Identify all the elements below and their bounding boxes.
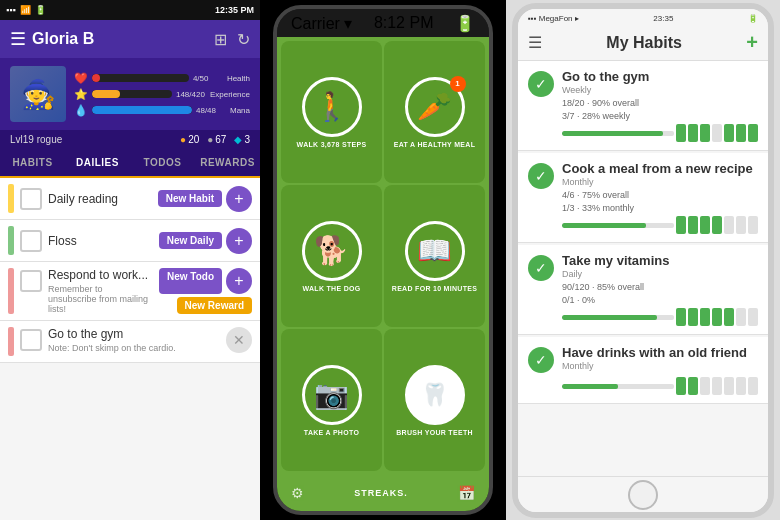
habit-cell-walk-dog[interactable]: 🐕 WALK THE DOG (281, 185, 382, 327)
habit-cell-brush-teeth[interactable]: 🦷 BRUSH YOUR TEETH (384, 329, 485, 471)
segment (700, 308, 710, 326)
phone-bottom-bar: ⚙ STREAKS. 📅 (277, 475, 489, 511)
habit-cell-reading[interactable]: 📖 READ FOR 10 MINUTES (384, 185, 485, 327)
stats-section: ❤️ 4/50 Health ⭐ 148/420 Experience 💧 (74, 66, 250, 122)
carrier-label: ▪▪▪ MegaFon ▸ (528, 14, 579, 23)
list-item: Respond to work... Remember to unsubscri… (0, 262, 260, 321)
segment (748, 124, 758, 142)
heart-icon: ❤️ (74, 72, 88, 85)
exp-stat: ⭐ 148/420 Experience (74, 88, 250, 101)
item-content: Respond to work... Remember to unsubscri… (48, 268, 153, 314)
app-brand: STREAKS. (354, 488, 408, 498)
habit-cell-photo[interactable]: 📷 TAKE A PHOTO (281, 329, 382, 471)
phone-statusbar: Carrier ▾ 8:12 PM 🔋 (277, 9, 489, 37)
segment (700, 377, 710, 395)
health-label: Health (227, 74, 250, 83)
avatar: 🧙 (10, 66, 66, 122)
segment (700, 124, 710, 142)
add-habit-icon[interactable]: + (746, 31, 758, 54)
habit-frequency: Monthly (562, 177, 758, 187)
segment (736, 377, 746, 395)
habit-item-friends[interactable]: ✓ Have drinks with an old friend Monthly (518, 337, 768, 404)
battery-indicator: 🔋 (455, 14, 475, 33)
habit-progress (562, 124, 758, 142)
segment-bars (676, 124, 758, 142)
close-button[interactable]: ✕ (226, 327, 252, 353)
battery-icon: 🔋 (748, 14, 758, 23)
habit-details: Go to the gym Weekly 18/20 · 90% overall… (562, 69, 758, 142)
home-button[interactable] (628, 480, 658, 510)
gem-amount: ◆ 3 (234, 134, 250, 145)
exp-bar-fill (92, 90, 120, 98)
habit-label: WALK THE DOG (302, 285, 360, 292)
color-bar (8, 327, 14, 356)
statusbar: ▪▪▪ MegaFon ▸ 23:35 🔋 (518, 9, 768, 27)
book-icon: 📖 (417, 234, 452, 267)
check-icon: ✓ (528, 163, 554, 189)
habit-label: WALK 3,678 STEPS (297, 141, 367, 148)
new-habit-badge[interactable]: New Habit (158, 190, 222, 207)
new-daily-badge[interactable]: New Daily (159, 232, 222, 249)
habit-details: Take my vitamins Daily 90/120 · 85% over… (562, 253, 758, 326)
checkbox[interactable] (20, 270, 42, 292)
filter-icon[interactable]: ⊞ (214, 30, 227, 49)
refresh-icon[interactable]: ↻ (237, 30, 250, 49)
statusbar-time: 12:35 PM (215, 5, 254, 15)
habit-item-vitamins[interactable]: ✓ Take my vitamins Daily 90/120 · 85% ov… (518, 245, 768, 335)
segment (712, 124, 722, 142)
check-icon: ✓ (528, 347, 554, 373)
progress-bar (562, 315, 674, 320)
tab-todos[interactable]: TODOS (130, 149, 195, 176)
mana-label: Mana (230, 106, 250, 115)
streaks-panel: Carrier ▾ 8:12 PM 🔋 🚶 WALK 3,678 STEPS 🥕… (260, 0, 506, 520)
signal-icon: ▪▪▪ (6, 5, 16, 15)
habit-name: Go to the gym (562, 69, 758, 84)
habits-list: ✓ Go to the gym Weekly 18/20 · 90% overa… (518, 61, 768, 476)
phone-time: 8:12 PM (374, 14, 434, 32)
segment (688, 124, 698, 142)
checkbox[interactable] (20, 188, 42, 210)
calendar-icon[interactable]: 📅 (458, 485, 475, 501)
health-bar-fill (92, 74, 100, 82)
settings-icon[interactable]: ⚙ (291, 485, 304, 501)
tab-dailies[interactable]: DAILIES (65, 149, 130, 178)
segment (700, 216, 710, 234)
new-reward-badge[interactable]: New Reward (177, 297, 252, 314)
check-icon: ✓ (528, 255, 554, 281)
camera-icon: 📷 (314, 378, 349, 411)
carrot-icon: 🥕 (417, 90, 452, 123)
page-title: Gloria B (32, 30, 214, 48)
status-time: 23:35 (653, 14, 673, 23)
segment (676, 377, 686, 395)
dailies-list: Daily reading New Habit + Floss New Dail… (0, 178, 260, 520)
checkbox[interactable] (20, 230, 42, 252)
level-bar: Lvl19 rogue ● 20 ● 67 ◆ 3 (0, 130, 260, 149)
habit-item-cooking[interactable]: ✓ Cook a meal from a new recipe Monthly … (518, 153, 768, 243)
habit-cell-eat-healthy[interactable]: 🥕 1 EAT A HEALTHY MEAL (384, 41, 485, 183)
tab-rewards[interactable]: REWARDS (195, 149, 260, 176)
add-button[interactable]: + (226, 268, 252, 294)
habit-frequency: Weekly (562, 85, 758, 95)
segment (676, 308, 686, 326)
profile-section: 🧙 ❤️ 4/50 Health ⭐ 148/420 Experience 💧 (0, 58, 260, 130)
checkbox[interactable] (20, 329, 42, 351)
level-text: Lvl19 rogue (10, 134, 62, 145)
menu-icon[interactable]: ☰ (10, 28, 26, 50)
segment-bars (676, 377, 758, 395)
add-button[interactable]: + (226, 186, 252, 212)
list-item: Floss New Daily + (0, 220, 260, 262)
tab-habits[interactable]: HABITS (0, 149, 65, 176)
segment (724, 377, 734, 395)
habit-cell-walk-steps[interactable]: 🚶 WALK 3,678 STEPS (281, 41, 382, 183)
habit-item-gym[interactable]: ✓ Go to the gym Weekly 18/20 · 90% overa… (518, 61, 768, 151)
menu-icon[interactable]: ☰ (528, 33, 542, 52)
habit-progress (562, 216, 758, 234)
item-content: Go to the gym Note: Don't skimp on the c… (48, 327, 220, 353)
segment (676, 216, 686, 234)
carrier-label: Carrier ▾ (291, 14, 352, 33)
segment-bars (676, 308, 758, 326)
add-button[interactable]: + (226, 228, 252, 254)
new-todo-badge[interactable]: New Todo (159, 268, 222, 294)
habit-stats2: 0/1 · 0% (562, 295, 758, 305)
app-header: ☰ My Habits + (518, 27, 768, 61)
